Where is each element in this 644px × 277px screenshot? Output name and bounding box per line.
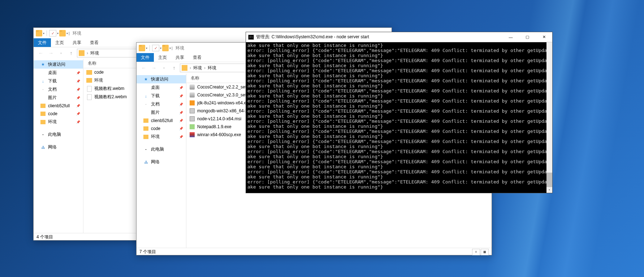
- msi-icon: [189, 116, 195, 122]
- terminal-output[interactable]: ake sure that only one bot instance is r…: [246, 42, 552, 193]
- sidebar-label: 网络: [48, 144, 80, 150]
- breadcrumb-item[interactable]: 环境: [206, 65, 218, 71]
- sidebar-item-star[interactable]: ★快速访问: [137, 75, 186, 83]
- sidebar-item-pic[interactable]: 图片📌: [34, 94, 83, 102]
- terminal-line: error: [polling_error] {"code":"ETELEGRA…: [247, 99, 551, 104]
- column-name[interactable]: 名称: [83, 60, 96, 66]
- tab-share[interactable]: 共享: [68, 38, 86, 47]
- chevron-right-icon[interactable]: ›: [204, 65, 206, 70]
- sidebar: ★快速访问桌面📌↓下载📌文档📌图片📌clienb52full📌code📌环境📌此…: [34, 59, 83, 233]
- sidebar-item-net[interactable]: 🖧网络: [34, 143, 83, 151]
- dropdown-icon[interactable]: ▾: [169, 47, 171, 50]
- close-button[interactable]: ✕: [536, 32, 552, 42]
- scroll-down-icon[interactable]: ▾: [546, 187, 552, 193]
- tab-file[interactable]: 文件: [137, 53, 154, 62]
- view-details-icon[interactable]: ≡: [472, 249, 480, 255]
- sidebar-item-download[interactable]: ↓下载📌: [137, 92, 186, 100]
- dropdown-icon[interactable]: ▾: [160, 64, 168, 72]
- dropdown-icon[interactable]: ▾: [43, 32, 44, 35]
- sidebar-item-folder[interactable]: code📌: [34, 110, 83, 118]
- exe-icon: [189, 92, 195, 98]
- sidebar-item-pc[interactable]: 此电脑: [34, 130, 83, 139]
- cmd-titlebar[interactable]: C:\ 管理员: C:\Windows\System32\cmd.exe - n…: [246, 32, 552, 42]
- terminal-line: ake sure that only one bot instance is r…: [247, 124, 551, 129]
- back-button[interactable]: ←: [36, 49, 45, 57]
- terminal-line: ake sure that only one bot instance is r…: [247, 73, 551, 78]
- sidebar-label: 文档: [151, 101, 183, 107]
- breadcrumb-item[interactable]: 环境: [89, 50, 100, 56]
- tab-share[interactable]: 共享: [171, 53, 189, 62]
- file-name: jdk-8u241-windows-x64.exe: [197, 100, 251, 105]
- sidebar-label: 图片: [48, 95, 80, 101]
- chevron-right-icon[interactable]: ›: [190, 65, 191, 70]
- tab-home[interactable]: 主页: [154, 53, 171, 62]
- tab-home[interactable]: 主页: [51, 38, 68, 47]
- dropdown-icon[interactable]: ▾: [57, 32, 59, 35]
- dropdown-icon[interactable]: ▾: [57, 49, 65, 57]
- breadcrumb-item[interactable]: 环境: [192, 65, 203, 71]
- sidebar-item-folder[interactable]: 环境📌: [34, 118, 83, 126]
- pin-icon: 📌: [76, 112, 80, 116]
- sidebar-item-folder[interactable]: code📌: [137, 125, 186, 133]
- folder-icon: [182, 65, 187, 71]
- tab-view[interactable]: 查看: [86, 38, 103, 47]
- terminal-line: ake sure that only one bot instance is r…: [247, 104, 551, 109]
- sidebar-item-pic[interactable]: 图片📌: [137, 108, 186, 117]
- pin-icon: 📌: [76, 104, 80, 108]
- sidebar-label: code: [151, 126, 183, 131]
- back-button[interactable]: ←: [139, 64, 148, 72]
- sidebar-item-star[interactable]: ★快速访问: [34, 60, 83, 69]
- file-name: 视频教程.webm: [94, 86, 124, 92]
- file-name: CocosCreator_v2.3.0_setup: [197, 92, 251, 98]
- file-name: winrar-x64-600scp.exe: [197, 132, 241, 137]
- up-button[interactable]: ↑: [67, 49, 75, 57]
- sidebar-item-doc[interactable]: 文档📌: [34, 85, 83, 94]
- java-icon: [189, 100, 195, 106]
- terminal-line: ake sure that only one bot instance is r…: [247, 185, 551, 190]
- sidebar-item-desktop[interactable]: 桌面📌: [34, 69, 83, 77]
- dropdown-icon[interactable]: ▾: [66, 32, 68, 35]
- forward-button[interactable]: →: [47, 49, 55, 57]
- terminal-line: error: [polling_error] {"code":"ETELEGRA…: [247, 139, 551, 144]
- file-name: Notepad8.1.9.exe: [197, 124, 232, 129]
- sidebar-label: 桌面: [151, 85, 183, 91]
- pin-icon: 📌: [76, 120, 80, 124]
- tab-file[interactable]: 文件: [34, 38, 51, 47]
- chevron-right-icon[interactable]: ›: [87, 51, 88, 56]
- sidebar-item-pc[interactable]: 此电脑: [137, 145, 186, 153]
- sidebar-label: 快速访问: [151, 76, 183, 82]
- pin-icon: 📌: [76, 96, 80, 100]
- folder-icon: [36, 30, 42, 36]
- sidebar-label: 桌面: [48, 70, 80, 76]
- up-button[interactable]: ↑: [170, 64, 178, 72]
- scrollbar-thumb[interactable]: [546, 173, 552, 187]
- msi-icon: [189, 108, 195, 114]
- sidebar-label: 环境: [151, 134, 183, 140]
- terminal-line: error: [polling_error] {"code":"ETELEGRA…: [247, 88, 551, 94]
- folder-icon: [86, 78, 92, 83]
- forward-button[interactable]: →: [150, 64, 158, 72]
- sidebar-item-desktop[interactable]: 桌面📌: [137, 83, 186, 92]
- qat-button[interactable]: ✓: [49, 30, 56, 36]
- minimize-button[interactable]: —: [502, 32, 519, 42]
- divider: [47, 30, 47, 36]
- sidebar-item-doc[interactable]: 文档📌: [137, 100, 186, 108]
- column-name[interactable]: 名称: [186, 75, 199, 81]
- file-icon: [86, 94, 92, 100]
- qat-button[interactable]: ✓: [152, 45, 159, 51]
- terminal-line: ake sure that only one bot instance is r…: [247, 154, 551, 159]
- dropdown-icon[interactable]: ▾: [160, 47, 161, 50]
- sidebar-item-folder[interactable]: clienb52full📌: [137, 117, 186, 125]
- sidebar-label: 此电脑: [151, 146, 183, 152]
- sidebar-label: 此电脑: [48, 131, 80, 138]
- sidebar-item-folder[interactable]: clienb52full📌: [34, 102, 83, 110]
- dropdown-icon[interactable]: ▾: [146, 47, 147, 50]
- view-icons-icon[interactable]: ▦: [481, 249, 489, 255]
- tab-view[interactable]: 查看: [189, 53, 206, 62]
- sidebar-item-net[interactable]: 🖧网络: [137, 158, 186, 166]
- sidebar-item-folder[interactable]: 环境📌: [137, 133, 186, 141]
- maximize-button[interactable]: ▢: [519, 32, 536, 42]
- sidebar: ★快速访问桌面📌↓下载📌文档📌图片📌clienb52full📌code📌环境📌此…: [137, 74, 186, 248]
- scrollbar[interactable]: ▾: [546, 42, 552, 193]
- sidebar-item-download[interactable]: ↓下载📌: [34, 77, 83, 85]
